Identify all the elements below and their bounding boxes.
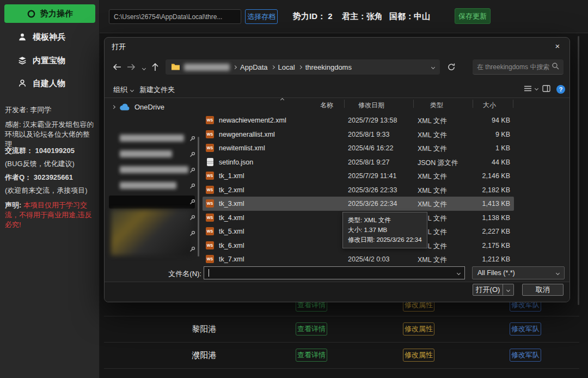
file-date: 2025/3/26 22:34	[348, 200, 397, 208]
open-button[interactable]: 打开(O)	[473, 284, 514, 296]
redacted-nav-item[interactable]	[120, 166, 188, 173]
edit-attributes-button[interactable]: 修改属性	[403, 349, 434, 362]
search-icon[interactable]	[552, 62, 559, 72]
column-header-size[interactable]: 大小	[483, 101, 496, 110]
app-scrollbar[interactable]	[578, 36, 579, 305]
breadcrumb[interactable]: AppData Local threekingdoms	[166, 59, 440, 75]
edit-attributes-button[interactable]: 修改属性	[403, 322, 434, 336]
breadcrumb-local[interactable]: Local	[278, 63, 295, 71]
address-dropdown-icon[interactable]	[431, 65, 435, 69]
redacted-nav-item[interactable]	[120, 135, 184, 142]
sidebar-item-faction-ops[interactable]: 势力操作	[4, 4, 95, 23]
xml-file-icon: WS	[206, 227, 214, 235]
redacted-nav-thumbnail[interactable]	[111, 210, 192, 255]
file-type: XML 文件	[418, 186, 447, 196]
search-input[interactable]	[477, 63, 552, 71]
pin-icon[interactable]	[189, 181, 195, 191]
cancel-button[interactable]: 取消	[522, 284, 564, 296]
sort-ascending-icon	[280, 98, 284, 102]
column-divider[interactable]	[344, 100, 345, 108]
column-divider[interactable]	[473, 100, 473, 108]
breadcrumb-separator-icon	[233, 65, 237, 69]
row-separator	[104, 342, 579, 343]
pin-icon[interactable]	[189, 150, 195, 160]
chevron-down-icon	[130, 88, 134, 92]
developer-text: 开发者: 李同学	[5, 105, 96, 115]
recent-locations-icon[interactable]	[138, 62, 150, 74]
new-folder-button[interactable]: 新建文件夹	[139, 85, 175, 95]
nav-pane-scrollbar[interactable]	[198, 137, 199, 257]
file-row[interactable]: WS tk_1.xml 2025/7/29 11:41 XML 文件 2,146…	[203, 169, 514, 183]
file-size: 1 KB	[495, 144, 510, 152]
file-row[interactable]: setinfo.json 2025/8/1 9:27 JSON 源文件 44 K…	[203, 155, 514, 169]
help-button[interactable]: ?	[556, 85, 565, 94]
chevron-down-icon[interactable]	[457, 271, 461, 275]
back-icon[interactable]	[111, 61, 123, 73]
file-date: 2025/7/29 11:41	[348, 172, 396, 180]
pin-icon[interactable]	[189, 166, 195, 175]
port-name: 黎阳港	[180, 324, 229, 334]
open-dropdown-icon[interactable]	[503, 284, 513, 295]
view-details-button[interactable]: 查看详情	[296, 322, 327, 336]
filetype-select[interactable]: All Files (*.*)	[472, 266, 565, 279]
refresh-icon[interactable]	[445, 61, 457, 73]
select-save-button[interactable]: 选择存档	[245, 9, 278, 24]
file-row-selected[interactable]: WS tk_3.xml 2025/3/26 22:34 XML 文件 1,413…	[203, 197, 514, 211]
breadcrumb-threekingdoms[interactable]: threekingdoms	[305, 63, 352, 71]
sidebar-item-builtin-treasures[interactable]: 内置宝物	[0, 53, 100, 68]
pin-icon[interactable]	[189, 213, 195, 223]
forward-icon[interactable]	[125, 61, 137, 73]
edit-army-button[interactable]: 修改军队	[510, 349, 541, 362]
xml-file-icon: WS	[206, 186, 214, 194]
file-type: XML 文件	[418, 200, 447, 209]
column-header-type[interactable]: 类型	[430, 101, 443, 110]
view-details-button[interactable]: 查看详情	[296, 349, 327, 362]
filename-combobox[interactable]	[204, 266, 465, 279]
save-update-button[interactable]: 保存更新	[455, 8, 491, 24]
file-tooltip: 类型: XML 文件 大小: 1.37 MB 修改日期: 2025/3/26 2…	[342, 212, 427, 248]
thanks-text: 感谢: 汉末霸业开发组包容的环境以及论坛各位大佬的整理	[5, 120, 96, 150]
file-date: 2025/8/1 9:33	[348, 131, 389, 138]
save-path-input[interactable]	[109, 9, 241, 24]
column-divider[interactable]	[413, 100, 414, 108]
sidebar-item-custom-characters[interactable]: 自建人物	[0, 76, 100, 91]
pin-icon[interactable]	[189, 245, 195, 254]
file-row[interactable]: WS newachievement2.xml 2025/7/29 13:58 X…	[203, 113, 514, 127]
change-view-button[interactable]	[524, 85, 538, 92]
file-row[interactable]: WS newgenerallist.xml 2025/8/1 9:33 XML …	[203, 127, 514, 142]
file-type: JSON 源文件	[418, 158, 458, 168]
pin-icon[interactable]	[189, 229, 195, 239]
qq-text: 作者Q： 3023925661	[5, 173, 96, 182]
edit-army-button[interactable]: 修改军队	[510, 322, 541, 336]
filename-label: 文件名(N):	[159, 269, 201, 279]
pin-icon[interactable]	[189, 134, 195, 144]
sidebar-item-onedrive[interactable]: OneDrive	[112, 103, 164, 111]
redacted-nav-item-selected[interactable]	[109, 196, 195, 209]
organize-button[interactable]: 组织	[113, 85, 133, 95]
file-size: 2,227 KB	[482, 228, 510, 235]
file-row[interactable]: WS tk_2.xml 2025/3/26 22:33 XML 文件 2,182…	[203, 183, 514, 197]
xml-file-icon: WS	[206, 144, 214, 152]
file-name: tk_5.xml	[219, 228, 244, 235]
file-size: 2,175 KB	[482, 242, 510, 249]
file-row[interactable]: WS newitemlist.xml 2025/4/6 16:22 XML 文件…	[203, 141, 514, 155]
file-row[interactable]: WS tk_7.xml 2025/4/2 0:03 XML 文件 1,212 K…	[203, 252, 514, 264]
open-button-label: 打开(O)	[473, 285, 503, 295]
redacted-nav-item[interactable]	[120, 150, 172, 157]
group-note-text: (BUG反馈，优化建议)	[5, 159, 96, 169]
close-icon[interactable]: ×	[546, 38, 569, 54]
breadcrumb-appdata[interactable]: AppData	[240, 63, 268, 71]
sidebar-item-template-soldiers[interactable]: 模板神兵	[0, 29, 100, 45]
xml-file-icon: WS	[206, 199, 214, 208]
file-name: tk_3.xml	[219, 200, 244, 208]
redacted-nav-item[interactable]	[120, 182, 176, 189]
chevron-down-icon	[535, 87, 538, 90]
pin-icon[interactable]	[189, 197, 195, 207]
preview-pane-button[interactable]	[542, 85, 550, 92]
file-name: tk_7.xml	[219, 255, 244, 263]
column-divider[interactable]	[513, 100, 513, 108]
column-header-date[interactable]: 修改日期	[358, 101, 384, 110]
column-header-name[interactable]: 名称	[320, 101, 333, 110]
up-icon[interactable]	[149, 61, 161, 73]
xml-file-icon: WS	[206, 214, 214, 222]
